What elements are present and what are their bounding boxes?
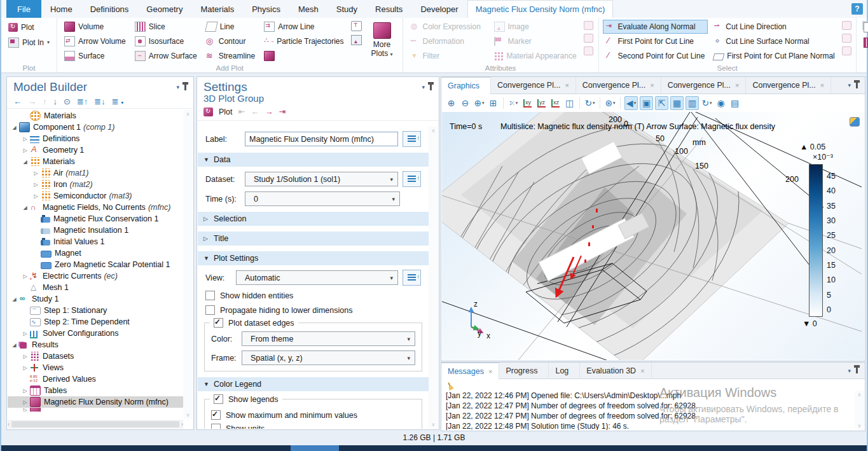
model-tree-options-icon[interactable]: ≣ ▾ <box>112 97 124 106</box>
ribbon-button[interactable]: Surface <box>61 49 129 63</box>
forward-icon[interactable]: → <box>28 97 36 106</box>
tree-item[interactable]: Derived Values <box>8 373 183 385</box>
axis-orientation-icon[interactable]: ⇱ <box>655 96 668 110</box>
expander-icon[interactable]: ◢ <box>10 296 18 302</box>
ribbon-button[interactable]: First Point for Cut Plane Normal <box>710 49 837 63</box>
section-header-plot-settings[interactable]: ▼ Plot Settings <box>198 251 429 265</box>
image-plot-icon[interactable] <box>351 35 362 45</box>
file-menu-button[interactable]: File <box>6 0 41 18</box>
zoom-box-icon[interactable]: ⊕▾ <box>473 97 485 109</box>
graphics-tab[interactable]: Convergence Pl... × <box>576 77 661 94</box>
move-up-icon[interactable]: ↑ <box>43 97 47 106</box>
expander-icon[interactable]: ▷ <box>21 365 29 371</box>
tree-item[interactable]: Mesh 1 <box>8 282 183 293</box>
panel-menu-icon[interactable]: ▾ <box>176 84 179 90</box>
tree-item[interactable]: ▷ Magnetic Flux Density Norm (mfnc) <box>8 396 183 408</box>
go-to-source-button[interactable] <box>403 171 421 187</box>
go-to-view-icon[interactable]: ⤪▾ <box>507 97 520 109</box>
ribbon-tab[interactable]: Materials <box>191 0 243 18</box>
graphics-tab[interactable]: Convergence Pl... × <box>491 77 576 94</box>
ribbon-button[interactable]: Particle Trajectories <box>261 34 347 48</box>
graphics-tab[interactable]: Graphics <box>441 77 491 94</box>
checkbox-row[interactable]: Propagate hiding to lower dimensions <box>205 305 421 315</box>
expander-icon[interactable]: ▷ <box>32 193 40 199</box>
ribbon-button[interactable]: Contour <box>203 34 258 48</box>
tree-item[interactable]: ◢ Materials <box>8 156 183 167</box>
expander-icon[interactable]: ▷ <box>32 182 40 188</box>
checkbox-row[interactable]: Plot dataset edges <box>210 318 298 328</box>
panel-menu-icon[interactable]: ▾ <box>422 84 425 90</box>
time-combobox[interactable]: 0 <box>245 191 400 206</box>
tree-item[interactable]: Magnet <box>8 247 183 259</box>
graphics-tab[interactable]: Convergence Pl... × <box>661 77 747 94</box>
ribbon-button[interactable]: Arrow Line <box>261 20 347 34</box>
view-yz-icon[interactable]: yz <box>535 97 548 109</box>
label-input[interactable]: Magnetic Flux Density Norm (mfnc) <box>245 132 398 146</box>
print-icon[interactable]: ▤ <box>729 97 741 109</box>
section-header-title[interactable]: ▷ Title <box>198 232 429 246</box>
close-icon[interactable]: × <box>640 367 644 375</box>
messages-tab[interactable]: Messages × <box>441 363 499 379</box>
ribbon-tab-context-active[interactable]: Magnetic Flux Density Norm (mfnc) <box>467 0 614 18</box>
expander-icon[interactable]: ▷ <box>21 354 29 359</box>
ribbon-button[interactable]: Cut Line Direction <box>710 20 837 34</box>
tree-item[interactable]: ▷ Electric Currents (ec) <box>8 270 183 282</box>
messages-tab[interactable]: Progress <box>499 363 549 378</box>
expander-icon[interactable]: ◢ <box>10 125 18 130</box>
tree-horizontal-scrollbar[interactable]: ‹› <box>8 420 183 429</box>
view-xy-icon[interactable]: xy <box>521 97 534 109</box>
pin-icon[interactable] <box>184 85 186 90</box>
ribbon-button[interactable]: First Point for Cut Line <box>603 34 708 48</box>
ribbon-button[interactable]: Animation ▾ <box>860 35 868 50</box>
tree-item[interactable]: ▷ <box>8 408 183 412</box>
ribbon-tab[interactable]: Study <box>327 0 366 18</box>
tree-item[interactable]: ▷ Tables <box>8 385 183 396</box>
close-icon[interactable]: × <box>820 81 824 89</box>
tree-item[interactable]: ◢ Study 1 <box>8 293 183 305</box>
panel-menu-icon[interactable]: ▾ <box>848 368 851 374</box>
tree-item[interactable]: Step 1: Stationary <box>8 305 183 316</box>
zoom-out-icon[interactable]: ⊖ <box>459 97 471 109</box>
checkbox[interactable] <box>205 305 215 315</box>
checkbox[interactable] <box>205 291 215 300</box>
plot-button[interactable]: Plot <box>219 108 233 116</box>
view-xz-icon[interactable]: xz <box>549 97 561 109</box>
tree-item[interactable]: Materials <box>8 110 183 121</box>
rotate-icon[interactable]: ↻▾ <box>584 97 596 109</box>
panel-menu-icon[interactable]: ▾ <box>848 82 851 88</box>
ribbon-tab[interactable]: Physics <box>243 0 289 18</box>
pin-icon[interactable] <box>430 85 432 90</box>
tree-item[interactable]: Magnetic Insulation 1 <box>8 225 183 236</box>
ribbon-button[interactable]: Arrow Surface <box>132 49 200 63</box>
ribbon-button[interactable]: Isosurface <box>132 34 200 48</box>
expander-icon[interactable]: ▷ <box>32 170 40 176</box>
section-header-data[interactable]: ▼ Data <box>198 153 429 167</box>
zoom-in-icon[interactable]: ⊕ <box>445 97 457 109</box>
settings-vertical-scrollbar[interactable]: ∧∨ <box>429 127 438 429</box>
color-legend-toggle-icon[interactable]: ▥ <box>685 96 699 110</box>
reset-hiding-icon[interactable]: ↻▾ <box>701 97 713 109</box>
ribbon-button[interactable]: Cut Line Surface Normal <box>710 34 837 48</box>
ribbon-tab[interactable]: Mesh <box>289 0 327 18</box>
tree-item[interactable]: Magnetic Flux Conservation 1 <box>8 213 183 225</box>
checkbox-row[interactable]: Show hidden entities <box>205 291 421 300</box>
expander-icon[interactable]: ▷ <box>21 148 29 153</box>
ribbon-tab[interactable]: Developer <box>411 0 467 18</box>
dataset-combobox[interactable]: Study 1/Solution 1 (sol1) <box>245 172 398 186</box>
ribbon-button[interactable]: Plot In ▾ <box>5 35 53 50</box>
graphics-viewport[interactable]: z y x Time=0 s Multislice: Magnetic flux… <box>442 112 864 360</box>
checkbox[interactable] <box>214 318 223 328</box>
sound-toggle-icon[interactable]: ◀▾ <box>624 96 638 110</box>
ribbon-button[interactable]: Volume <box>61 20 129 34</box>
close-icon[interactable]: × <box>735 81 739 89</box>
select-extra-icon-3[interactable] <box>842 46 851 55</box>
checkbox[interactable] <box>211 424 221 429</box>
checkbox[interactable] <box>214 394 223 404</box>
next-time-step-icon[interactable]: → <box>265 107 273 116</box>
tree-item[interactable]: Initial Values 1 <box>8 236 183 247</box>
tree-item[interactable]: ▷ Views <box>8 362 183 373</box>
move-down-icon[interactable]: ↓ <box>53 97 58 106</box>
expander-icon[interactable]: ▷ <box>21 274 29 279</box>
go-to-view-button[interactable] <box>403 270 421 286</box>
close-icon[interactable]: × <box>650 81 654 89</box>
